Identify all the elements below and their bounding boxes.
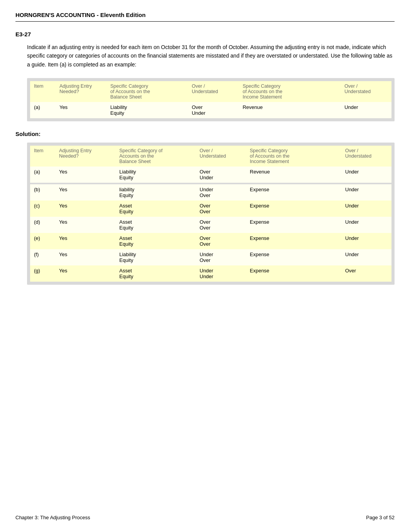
cell-over-bs: OverUnder (196, 167, 246, 183)
solution-table: Item Adjusting EntryNeeded? Specific Cat… (30, 146, 391, 282)
cell-income-statement: Expense (246, 184, 341, 201)
instructions: Indicate if an adjusting entry is needed… (27, 43, 395, 69)
cell-balance-sheet: LiabilityEquity (115, 167, 196, 183)
cell-over-bs: UnderUnder (196, 265, 246, 282)
cell-income-statement: Expense (246, 217, 341, 233)
cell-item: (e) (30, 233, 55, 249)
cell-item: (c) (30, 201, 55, 217)
book-title: HORNGREN'S ACCOUNTING - Eleventh Edition (15, 12, 146, 18)
page-header: HORNGREN'S ACCOUNTING - Eleventh Edition (15, 12, 395, 22)
exercise-label: E3-27 (15, 31, 395, 37)
cell-item: (b) (30, 184, 55, 201)
cell-income-statement: Expense (246, 201, 341, 217)
solution-table-container: Item Adjusting EntryNeeded? Specific Cat… (27, 143, 395, 285)
table-row: (a) Yes LiabilityEquity OverUnder Revenu… (30, 102, 391, 118)
example-table: Item Adjusting EntryNeeded? Specific Cat… (30, 81, 391, 118)
example-table-container: Item Adjusting EntryNeeded? Specific Cat… (27, 78, 395, 121)
footer-right: Page 3 of 52 (366, 515, 395, 520)
table-row: (b) Yes liabilityEquity UnderOver Expens… (30, 184, 391, 201)
solution-label: Solution: (15, 131, 395, 137)
cell-income-statement: Expense (246, 265, 341, 282)
cell-over-is: Under (341, 233, 391, 249)
cell-income-statement: Revenue (239, 102, 341, 118)
table-row: (a) Yes LiabilityEquity OverUnder Revenu… (30, 167, 391, 183)
cell-balance-sheet: liabilityEquity (115, 184, 196, 201)
cell-over-bs: OverOver (196, 233, 246, 249)
cell-item: (a) (30, 167, 55, 183)
cell-balance-sheet: AssetEquity (115, 201, 196, 217)
cell-adjusting: Yes (55, 184, 115, 201)
col-header-income-statement: Specific Categoryof Accounts on theIncom… (239, 81, 341, 102)
cell-income-statement: Revenue (246, 167, 341, 183)
cell-adjusting: Yes (55, 167, 115, 183)
cell-over-bs: UnderOver (196, 184, 246, 201)
col-header-over-bs: Over /Understated (188, 81, 239, 102)
cell-balance-sheet: AssetEquity (115, 217, 196, 233)
cell-adjusting: Yes (55, 201, 115, 217)
page-footer: Chapter 3: The Adjusting Process Page 3 … (15, 515, 395, 520)
sol-col-header-balance-sheet: Specific Category ofAccounts on theBalan… (115, 146, 196, 167)
cell-item: (f) (30, 249, 55, 265)
cell-income-statement: Expense (246, 233, 341, 249)
cell-balance-sheet: LiabilityEquity (107, 102, 188, 118)
col-header-over-is: Over /Understated (341, 81, 391, 102)
cell-income-statement: Expense (246, 249, 341, 265)
cell-over-bs: OverOver (196, 217, 246, 233)
cell-over-is: Under (341, 217, 391, 233)
cell-item: (d) (30, 217, 55, 233)
cell-over-bs: OverOver (196, 201, 246, 217)
table-row: (e) Yes AssetEquity OverOver Expense Und… (30, 233, 391, 249)
sol-col-header-over-is: Over /Understated (341, 146, 391, 167)
cell-adjusting: Yes (56, 102, 107, 118)
cell-adjusting: Yes (55, 233, 115, 249)
cell-over-is: Under (341, 167, 391, 183)
cell-over-is: Under (341, 249, 391, 265)
table-row: (c) Yes AssetEquity OverOver Expense Und… (30, 201, 391, 217)
cell-balance-sheet: AssetEquity (115, 265, 196, 282)
col-header-item: Item (30, 81, 56, 102)
cell-item: (g) (30, 265, 55, 282)
col-header-adjusting: Adjusting EntryNeeded? (56, 81, 107, 102)
sol-col-header-income-statement: Specific Categoryof Accounts on theIncom… (246, 146, 341, 167)
cell-balance-sheet: AssetEquity (115, 233, 196, 249)
table-row: (f) Yes LiabilityEquity UnderOver Expens… (30, 249, 391, 265)
cell-item: (a) (30, 102, 56, 118)
col-header-balance-sheet: Specific Categoryof Accounts on theBalan… (107, 81, 188, 102)
cell-adjusting: Yes (55, 265, 115, 282)
table-row: (d) Yes AssetEquity OverOver Expense Und… (30, 217, 391, 233)
sol-col-header-over-bs: Over /Understated (196, 146, 246, 167)
cell-over-is: Under (341, 102, 391, 118)
cell-over-is: Under (341, 184, 391, 201)
sol-col-header-adjusting: Adjusting EntryNeeded? (55, 146, 115, 167)
cell-balance-sheet: LiabilityEquity (115, 249, 196, 265)
table-row: (g) Yes AssetEquity UnderUnder Expense O… (30, 265, 391, 282)
cell-over-bs: OverUnder (188, 102, 239, 118)
cell-adjusting: Yes (55, 249, 115, 265)
cell-adjusting: Yes (55, 217, 115, 233)
sol-col-header-item: Item (30, 146, 55, 167)
cell-over-bs: UnderOver (196, 249, 246, 265)
footer-left: Chapter 3: The Adjusting Process (15, 515, 90, 520)
cell-over-is: Over (341, 265, 391, 282)
cell-over-is: Under (341, 201, 391, 217)
